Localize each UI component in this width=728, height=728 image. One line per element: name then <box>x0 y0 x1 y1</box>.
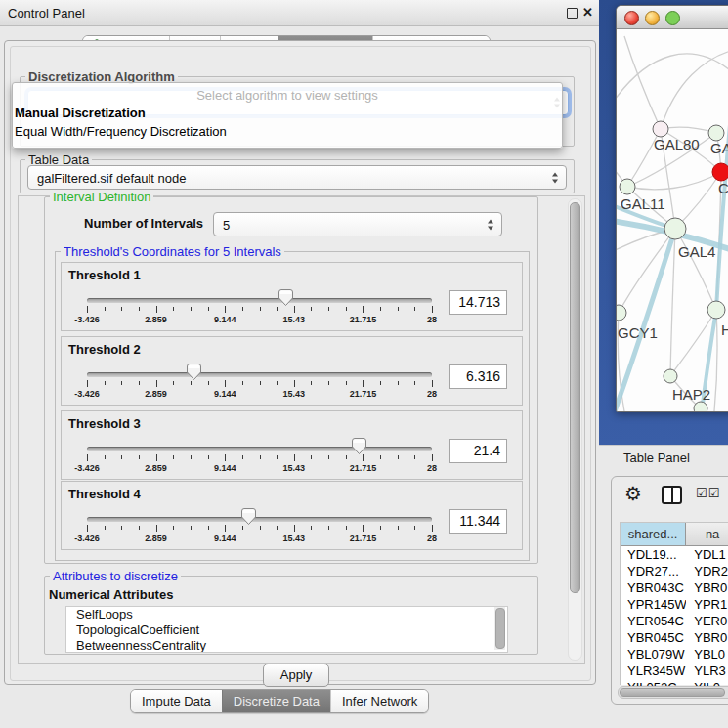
tick-mark <box>105 526 106 530</box>
list-item[interactable]: SelfLoops <box>66 607 507 622</box>
node-label: GAL11 <box>621 195 665 212</box>
slider-track[interactable] <box>87 298 432 303</box>
table-cell: YLR345W <box>621 663 686 679</box>
table-cell: YBL079W <box>621 646 686 663</box>
list-item[interactable]: BetweennessCentrality <box>66 638 507 653</box>
network-node-c[interactable] <box>712 163 728 181</box>
threshold-value-field[interactable]: 11.344 <box>449 509 507 534</box>
select-columns-icons[interactable]: ☑☑ <box>696 486 720 500</box>
close-icon[interactable]: ✕ <box>582 5 593 20</box>
tab-discretize-data[interactable]: Discretize Data <box>222 690 330 712</box>
thresholds-group-title: Threshold's Coordinates for 5 Intervals <box>61 244 284 259</box>
slider-thumb[interactable] <box>351 437 367 455</box>
tick-mark <box>432 380 433 387</box>
tick-label: 2.859 <box>145 315 167 324</box>
table-row[interactable]: YBR045CYBR0 <box>621 629 728 646</box>
horizontal-scrollbar[interactable] <box>618 686 728 699</box>
stepper-icon <box>552 171 559 184</box>
tick-mark <box>311 307 312 311</box>
tick-mark <box>398 381 399 385</box>
network-node-gal4[interactable] <box>664 218 686 239</box>
columns-icon[interactable] <box>662 486 682 504</box>
table-cell: YBR0 <box>686 629 728 646</box>
numerical-attributes-list: SelfLoopsTopologicalCoefficientBetweenne… <box>65 606 508 653</box>
gear-icon[interactable]: ⚙ <box>624 482 642 505</box>
algorithm-option[interactable]: Equal Width/Frequency Discretization <box>15 124 227 139</box>
tab-infer-network[interactable]: Infer Network <box>330 690 428 712</box>
network-canvas[interactable]: GAL80GACGAL11GAL4GCY1HHAP2 <box>617 28 728 411</box>
tick-label: -3.426 <box>74 463 100 473</box>
table-row[interactable]: YPR145WYPR1 <box>621 596 728 613</box>
table-row[interactable]: YBR043CYBR0 <box>621 579 728 596</box>
network-edge-thick <box>617 229 675 411</box>
slider-track[interactable] <box>87 372 432 377</box>
tick-mark <box>346 455 347 459</box>
tick-mark <box>277 455 278 459</box>
column-header[interactable]: na <box>686 523 728 545</box>
app-root: Control Panel ✕ NetworkStyleSelectCyni T… <box>0 0 728 728</box>
apply-button[interactable]: Apply <box>263 664 329 687</box>
tick-mark <box>121 307 122 311</box>
network-node-ga[interactable] <box>708 125 724 141</box>
table-row[interactable]: YBL079WYBL0 <box>621 646 728 663</box>
tick-mark <box>156 525 157 532</box>
tick-mark <box>105 455 106 459</box>
tab-impute-data[interactable]: Impute Data <box>131 690 222 712</box>
float-window-icon[interactable] <box>567 8 578 19</box>
slider-track[interactable] <box>87 517 432 522</box>
threshold-label: Threshold 2 <box>68 342 141 357</box>
network-node-hap2[interactable] <box>664 369 677 383</box>
slider-thumb[interactable] <box>186 363 202 381</box>
threshold-value-field[interactable]: 6.316 <box>449 364 507 389</box>
tick-mark <box>121 455 122 459</box>
tick-mark <box>121 526 122 530</box>
tick-mark <box>328 307 329 311</box>
list-item[interactable]: TopologicalCoefficient <box>66 622 507 638</box>
tick-mark <box>328 381 329 385</box>
table-cell: YLR3 <box>686 663 728 679</box>
hscrollbar-thumb[interactable] <box>620 688 725 697</box>
threshold-label: Threshold 4 <box>68 487 141 501</box>
minimize-traffic-light[interactable] <box>645 11 660 25</box>
table-data-combo[interactable]: galFiltered.sif default node <box>27 165 567 190</box>
table-cell: YBL0 <box>686 646 728 663</box>
tick-mark <box>139 455 140 459</box>
checkbox-icon: ☑ <box>708 486 721 500</box>
node-label: HAP2 <box>672 386 710 403</box>
column-header[interactable]: shared... <box>621 523 686 545</box>
tick-mark <box>225 454 226 461</box>
table-row[interactable]: YDR27...YDR2 <box>621 563 728 579</box>
vertical-scrollbar[interactable] <box>568 198 582 661</box>
tick-mark <box>277 526 278 530</box>
network-node-gal80[interactable] <box>653 121 668 137</box>
scrollbar-thumb[interactable] <box>570 202 580 593</box>
table-row[interactable]: YER054CYER0 <box>621 613 728 629</box>
table-row[interactable]: YLR345WYLR3 <box>621 663 728 679</box>
tick-mark <box>363 306 364 313</box>
number-of-intervals-combo[interactable]: 5 <box>213 212 502 236</box>
slider-thumb[interactable] <box>278 288 294 307</box>
network-edge <box>661 127 716 133</box>
tick-mark <box>87 380 88 387</box>
threshold-value-field[interactable]: 14.713 <box>449 290 507 315</box>
threshold-value-field[interactable]: 21.4 <box>449 439 507 463</box>
tick-label: 21.715 <box>350 389 377 399</box>
network-node-gcy1[interactable] <box>617 305 626 321</box>
slider-thumb[interactable] <box>240 507 257 526</box>
tab-label: Infer Network <box>342 694 417 708</box>
network-node-partial[interactable] <box>694 402 707 411</box>
network-window: GAL80GACGAL11GAL4GCY1HHAP2 <box>616 5 728 412</box>
table-header: shared...na <box>621 523 728 546</box>
slider-track[interactable] <box>87 447 432 451</box>
network-node-h[interactable] <box>707 301 725 319</box>
table-row[interactable]: YDL19...YDL1 <box>621 546 728 563</box>
tick-mark <box>328 526 329 530</box>
list-scrollbar[interactable] <box>494 607 505 650</box>
network-node-gal11[interactable] <box>620 179 635 194</box>
zoom-traffic-light[interactable] <box>665 11 680 25</box>
list-scrollbar-thumb[interactable] <box>495 608 505 649</box>
close-traffic-light[interactable] <box>624 11 639 25</box>
tick-label: 28 <box>427 389 437 399</box>
table-cell: YDR2 <box>686 563 728 579</box>
algorithm-option[interactable]: Manual Discretization <box>15 106 146 120</box>
